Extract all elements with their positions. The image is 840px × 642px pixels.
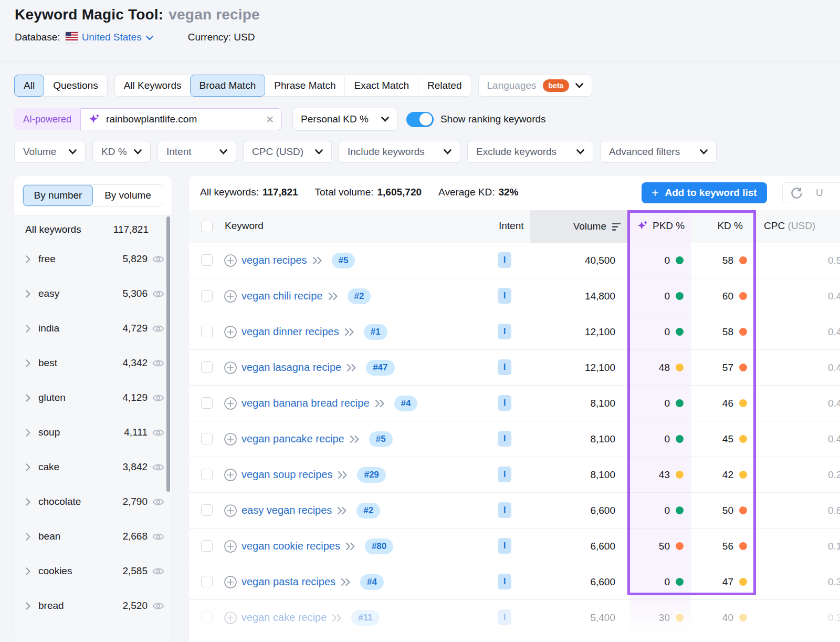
eye-icon[interactable] xyxy=(152,498,164,506)
filter-dropdown[interactable]: KD % xyxy=(92,141,151,163)
show-ranking-keywords-toggle[interactable] xyxy=(406,112,434,127)
keyword-group-item[interactable]: cookies 2,585 xyxy=(14,554,172,588)
row-checkbox[interactable] xyxy=(201,290,213,302)
open-serp-icon[interactable] xyxy=(345,542,356,551)
keyword-group-item[interactable]: soup 4,111 xyxy=(14,415,172,450)
select-all-checkbox[interactable] xyxy=(201,221,213,232)
all-keywords-row[interactable]: All keywords 117,821 xyxy=(14,218,172,242)
row-checkbox[interactable] xyxy=(201,612,213,623)
column-pkd[interactable]: PKD % xyxy=(637,220,685,232)
add-keyword-icon[interactable] xyxy=(224,540,237,555)
keyword-link[interactable]: vegan lasagna recipe xyxy=(242,361,341,374)
row-checkbox[interactable] xyxy=(201,576,213,587)
filter-dropdown[interactable]: Advanced filters xyxy=(600,141,717,163)
match-type-tab[interactable]: Questions xyxy=(44,75,107,96)
row-checkbox[interactable] xyxy=(201,326,213,337)
open-serp-icon[interactable] xyxy=(340,578,351,586)
clear-input-icon[interactable]: ✕ xyxy=(266,113,274,126)
add-keyword-icon[interactable] xyxy=(224,254,237,270)
add-keyword-icon[interactable] xyxy=(224,575,237,591)
match-type-tab[interactable]: Related xyxy=(418,75,471,96)
match-type-tab[interactable]: Broad Match xyxy=(190,75,266,97)
keyword-group-item[interactable]: india 4,729 xyxy=(14,311,172,346)
keyword-group-item[interactable]: easy 5,306 xyxy=(14,276,172,311)
add-keyword-icon[interactable] xyxy=(224,397,237,412)
eye-icon[interactable] xyxy=(152,428,164,437)
open-serp-icon[interactable] xyxy=(346,364,357,372)
add-keyword-icon[interactable] xyxy=(224,289,237,305)
keyword-link[interactable]: vegan soup recipes xyxy=(242,469,332,481)
filter-dropdown[interactable]: Exclude keywords xyxy=(467,141,593,163)
keyword-group-item[interactable]: chocolate 2,790 xyxy=(14,484,172,519)
open-serp-icon[interactable] xyxy=(331,614,342,622)
eye-icon[interactable] xyxy=(152,463,164,472)
match-type-tab[interactable]: All Keywords xyxy=(115,75,191,96)
keyword-link[interactable]: vegan banana bread recipe xyxy=(242,397,370,409)
add-keyword-icon[interactable] xyxy=(224,325,237,341)
domain-input[interactable]: rainbowplantlife.com ✕ xyxy=(80,108,282,130)
keyword-link[interactable]: vegan dinner recipes xyxy=(242,326,339,338)
row-checkbox[interactable] xyxy=(201,361,213,373)
add-keyword-icon[interactable] xyxy=(224,361,237,377)
eye-icon[interactable] xyxy=(152,394,164,402)
tab-by-volume[interactable]: By volume xyxy=(93,185,163,206)
match-type-tab[interactable]: Exact Match xyxy=(344,75,418,96)
personal-kd-dropdown[interactable]: Personal KD % xyxy=(292,108,397,131)
row-checkbox[interactable] xyxy=(201,254,213,266)
add-keyword-icon[interactable] xyxy=(224,468,237,484)
tab-by-number[interactable]: By number xyxy=(23,185,93,206)
add-keyword-icon[interactable] xyxy=(224,611,237,627)
keyword-group-item[interactable]: cake 3,842 xyxy=(14,450,172,484)
keyword-group-item[interactable]: bread 2,520 xyxy=(14,588,172,623)
filter-dropdown[interactable]: Include keywords xyxy=(339,141,460,163)
column-intent[interactable]: Intent xyxy=(499,220,524,232)
keyword-link[interactable]: vegan chili recipe xyxy=(242,290,323,302)
database-selector[interactable]: United States xyxy=(82,32,153,43)
keyword-link[interactable]: vegan pancake recipe xyxy=(242,433,344,445)
match-type-tab[interactable]: All xyxy=(14,75,44,97)
eye-icon[interactable] xyxy=(152,324,164,333)
keyword-link[interactable]: vegan pasta recipes xyxy=(242,576,335,588)
add-keyword-icon[interactable] xyxy=(224,432,237,448)
open-serp-icon[interactable] xyxy=(337,471,348,479)
eye-icon[interactable] xyxy=(152,255,164,264)
filter-dropdown[interactable]: Intent xyxy=(158,141,236,163)
open-serp-icon[interactable] xyxy=(328,292,339,301)
open-serp-icon[interactable] xyxy=(349,435,360,443)
open-serp-icon[interactable] xyxy=(312,256,323,265)
column-volume[interactable]: Volume xyxy=(530,210,627,243)
eye-icon[interactable] xyxy=(152,567,164,576)
keyword-link[interactable]: vegan recipes xyxy=(242,254,307,266)
keyword-group-item[interactable]: gluten 4,129 xyxy=(14,380,172,415)
volume-value: 5,400 xyxy=(530,600,615,635)
keyword-group-item[interactable]: bean 2,668 xyxy=(14,519,172,554)
row-checkbox[interactable] xyxy=(201,504,213,516)
open-serp-icon[interactable] xyxy=(344,328,355,336)
keyword-link[interactable]: easy vegan recipes xyxy=(242,504,332,516)
column-cpc[interactable]: CPC (USD) xyxy=(764,220,815,232)
row-checkbox[interactable] xyxy=(201,540,213,552)
open-serp-icon[interactable] xyxy=(374,399,385,408)
keyword-group-item[interactable]: best 4,342 xyxy=(14,346,172,380)
row-checkbox[interactable] xyxy=(201,469,213,480)
add-to-keyword-list-button[interactable]: + Add to keyword list xyxy=(642,182,767,203)
keyword-link[interactable]: vegan cookie recipes xyxy=(242,540,340,552)
sidebar-scrollbar[interactable] xyxy=(166,216,170,492)
filter-dropdown[interactable]: CPC (USD) xyxy=(243,141,332,163)
add-keyword-icon[interactable] xyxy=(224,504,237,520)
keyword-link[interactable]: vegan cake recipe xyxy=(242,612,327,624)
eye-icon[interactable] xyxy=(152,602,164,610)
eye-icon[interactable] xyxy=(152,359,164,368)
match-type-tab[interactable]: Phrase Match xyxy=(265,75,344,96)
eye-icon[interactable] xyxy=(152,532,164,541)
keyword-group-item[interactable]: free 5,829 xyxy=(14,242,172,276)
languages-dropdown[interactable]: Languages beta xyxy=(478,75,593,97)
row-checkbox[interactable] xyxy=(201,397,213,409)
column-keyword[interactable]: Keyword xyxy=(225,220,264,232)
eye-icon[interactable] xyxy=(152,289,164,298)
column-kd[interactable]: KD % xyxy=(690,220,743,232)
row-checkbox[interactable] xyxy=(201,433,213,444)
refresh-button[interactable]: U xyxy=(782,182,840,203)
filter-dropdown[interactable]: Volume xyxy=(14,141,86,163)
open-serp-icon[interactable] xyxy=(337,506,348,515)
